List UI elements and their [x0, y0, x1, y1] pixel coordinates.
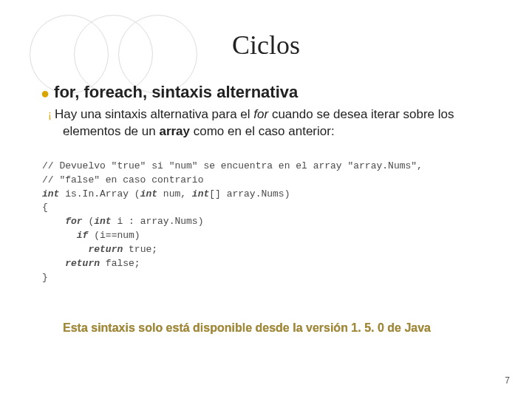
code-line: // "false" en caso contrario [42, 174, 203, 185]
code-block: // Devuelvo "true" si "num" se encuentra… [42, 160, 491, 285]
code-keyword: int [192, 188, 209, 200]
footer-note: Esta sintaxis solo está disponible desde… [63, 321, 491, 335]
slide: Ciclos ●for, foreach, sintaxis alternati… [0, 0, 532, 399]
code-keyword: return [88, 244, 123, 255]
code-keyword: return [65, 258, 100, 269]
code-text: [] array.Nums) [209, 188, 290, 200]
ring-bullet-icon: ¡ [48, 107, 52, 122]
page-number: 7 [505, 375, 510, 386]
bold-keyword: array [159, 124, 190, 138]
heading-text: for, foreach, sintaxis alternativa [54, 83, 298, 101]
code-keyword: if [77, 230, 89, 241]
page-title: Ciclos [0, 0, 532, 61]
code-text: (i==num) [88, 230, 140, 241]
content-area: ●for, foreach, sintaxis alternativa ¡Hay… [0, 61, 532, 335]
code-text: false; [100, 258, 140, 269]
section-heading: ●for, foreach, sintaxis alternativa [41, 83, 491, 102]
code-text: num, [157, 188, 192, 200]
italic-keyword: for [253, 107, 268, 121]
code-indent [42, 244, 88, 255]
code-line: { [42, 202, 48, 213]
code-text: ( [83, 216, 95, 227]
code-keyword: int [42, 188, 59, 200]
code-indent [42, 230, 77, 241]
bullet-icon: ● [41, 86, 50, 100]
code-text: is.In.Array ( [59, 188, 140, 200]
code-text: i : array.Nums) [112, 216, 204, 227]
code-line: // Devuelvo "true" si "num" se encuentra… [42, 160, 423, 171]
para-pre: Hay una sintaxis alternativa para el [55, 107, 253, 121]
para-post: como en el caso anterior: [190, 124, 335, 138]
paragraph: ¡Hay una sintaxis alternativa para el fo… [63, 106, 491, 140]
code-keyword: int [94, 216, 111, 227]
code-line: } [42, 272, 48, 283]
code-keyword: for [65, 216, 82, 227]
code-indent [42, 216, 65, 227]
code-keyword: int [140, 188, 157, 200]
code-text: true; [123, 244, 157, 255]
code-indent [42, 258, 65, 269]
